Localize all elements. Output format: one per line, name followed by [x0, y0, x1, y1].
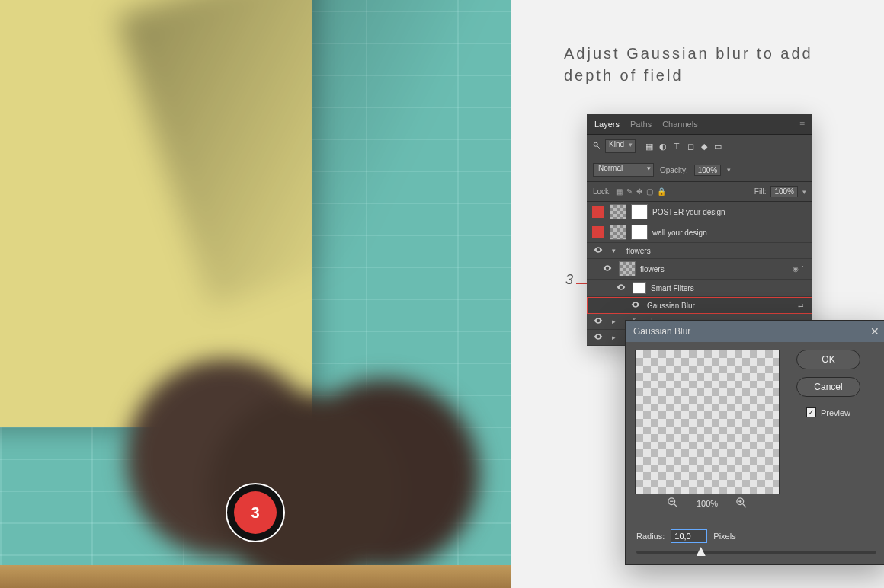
dialog-body: 100% OK Cancel ✓ Preview: [626, 342, 884, 522]
expand-icon[interactable]: ▸: [610, 318, 617, 325]
dialog-titlebar[interactable]: Gaussian Blur ✕: [626, 321, 884, 342]
fill-label: Fill:: [754, 187, 767, 196]
zoom-in-icon[interactable]: [736, 497, 747, 510]
close-icon[interactable]: ✕: [870, 325, 879, 337]
mockup-image: 3: [0, 0, 511, 588]
layer-flowers[interactable]: flowers ◉ ˄: [587, 259, 812, 280]
lock-row: Lock: ▦ ✎ ✥ ▢ 🔒 Fill: 100% ▾: [587, 182, 812, 202]
filter-toolbar: Kind ▦ ◐ T ◻ ◆ ▭: [587, 135, 812, 158]
eye-icon[interactable]: [594, 316, 603, 327]
svg-point-0: [594, 142, 597, 146]
expand-icon[interactable]: ▸: [610, 334, 617, 341]
tab-paths[interactable]: Paths: [630, 120, 652, 129]
instruction-pane: Adjust Gaussian blur to add depth of fie…: [511, 0, 884, 588]
fill-value[interactable]: 100%: [770, 186, 798, 197]
search-icon[interactable]: [593, 142, 601, 151]
panel-menu-icon[interactable]: ≡: [799, 119, 805, 129]
mask-thumb: [631, 204, 648, 219]
filter-mask-thumb: [633, 282, 646, 294]
layer-name: Smart Filters: [651, 284, 694, 292]
type-filter-icon[interactable]: T: [672, 142, 681, 151]
layer-thumb: [610, 225, 626, 240]
layer-thumb: [610, 204, 626, 219]
layer-flowers-group[interactable]: ▾ flowers: [587, 243, 812, 259]
gaussian-blur-dialog: Gaussian Blur ✕ 100% OK Cancel ✓ Preview: [625, 320, 884, 565]
panel-tabs: Layers Paths Channels ≡: [587, 114, 812, 135]
shape-filter-icon[interactable]: ◻: [686, 142, 695, 151]
instruction-text: Adjust Gaussian blur to add depth of fie…: [564, 43, 854, 87]
dialog-title: Gaussian Blur: [633, 326, 690, 337]
lock-transparent-icon[interactable]: ▦: [616, 187, 623, 196]
layer-poster-design[interactable]: POSTER your design: [587, 202, 812, 222]
svg-line-1: [597, 146, 600, 149]
blend-mode-select[interactable]: Normal: [593, 163, 654, 177]
layer-name: wall your design: [652, 228, 707, 237]
radius-label: Radius:: [636, 532, 665, 541]
filter-options-icon[interactable]: ⇄: [798, 302, 807, 309]
eye-icon[interactable]: [594, 245, 603, 256]
eye-icon[interactable]: [631, 300, 640, 311]
slider-thumb[interactable]: [697, 547, 706, 556]
layer-name: flowers: [626, 247, 651, 255]
lock-icons: ▦ ✎ ✥ ▢ 🔒: [616, 187, 666, 196]
lock-label: Lock:: [593, 187, 611, 196]
preview-checkbox-row[interactable]: ✓ Preview: [806, 407, 850, 417]
preview-label: Preview: [821, 408, 850, 417]
layer-name: Gaussian Blur: [647, 302, 695, 310]
fill-chevron-icon[interactable]: ▾: [802, 188, 806, 196]
opacity-chevron-icon[interactable]: ▾: [727, 166, 731, 174]
layer-thumb: [619, 261, 636, 276]
opacity-label: Opacity:: [660, 166, 688, 174]
lock-artboard-icon[interactable]: ▢: [646, 187, 653, 196]
ok-button[interactable]: OK: [796, 350, 860, 369]
preview-checkbox[interactable]: ✓: [806, 407, 816, 417]
eye-icon[interactable]: [594, 332, 603, 343]
layer-name: flowers: [640, 265, 665, 273]
step-badge: 3: [226, 483, 285, 542]
step-badge-inner: 3: [234, 491, 277, 534]
opacity-value[interactable]: 100%: [694, 165, 722, 176]
lock-all-icon[interactable]: 🔒: [657, 187, 666, 196]
svg-line-3: [674, 504, 677, 507]
callout-number: 3: [565, 272, 573, 288]
layer-smart-filters[interactable]: Smart Filters: [587, 280, 812, 297]
layer-name: POSTER your design: [652, 208, 725, 216]
radius-row: Radius: Pixels: [626, 522, 884, 546]
adjustment-filter-icon[interactable]: ◐: [658, 142, 668, 151]
eye-icon[interactable]: [603, 264, 612, 274]
svg-line-6: [743, 504, 746, 507]
lock-pixels-icon[interactable]: ✎: [626, 187, 633, 196]
step-number: 3: [251, 504, 259, 522]
zoom-controls: 100%: [635, 494, 780, 511]
layer-wall-design[interactable]: wall your design: [587, 222, 812, 243]
cancel-button[interactable]: Cancel: [796, 377, 860, 397]
artboard-filter-icon[interactable]: ▭: [713, 142, 722, 151]
zoom-out-icon[interactable]: [668, 497, 678, 510]
smart-object-icon: ◉ ˄: [793, 265, 808, 273]
layer-gaussian-blur[interactable]: Gaussian Blur ⇄: [587, 297, 812, 314]
smartobj-filter-icon[interactable]: ◆: [700, 142, 709, 151]
wood-shelf: [0, 565, 511, 588]
preview-canvas: [635, 350, 780, 494]
layers-panel: Layers Paths Channels ≡ Kind ▦ ◐ T ◻ ◆ ▭…: [587, 114, 812, 346]
tab-channels[interactable]: Channels: [662, 120, 697, 129]
dialog-buttons: OK Cancel ✓ Preview: [790, 350, 866, 511]
blend-row: Normal Opacity: 100% ▾: [587, 158, 812, 182]
filter-type-icons: ▦ ◐ T ◻ ◆ ▭: [645, 142, 722, 151]
radius-slider[interactable]: [636, 551, 876, 554]
eye-icon[interactable]: [617, 283, 626, 293]
color-tag: [592, 206, 604, 218]
tab-layers[interactable]: Layers: [594, 120, 620, 129]
radius-unit: Pixels: [713, 532, 735, 541]
lock-position-icon[interactable]: ✥: [636, 187, 642, 196]
zoom-percent: 100%: [697, 499, 718, 508]
color-tag: [592, 226, 604, 238]
kind-select[interactable]: Kind: [605, 139, 636, 153]
mask-thumb: [631, 225, 648, 240]
expand-icon[interactable]: ▾: [610, 247, 617, 254]
radius-input[interactable]: [671, 529, 707, 543]
image-filter-icon[interactable]: ▦: [645, 142, 654, 151]
blurred-plant: [107, 299, 503, 588]
